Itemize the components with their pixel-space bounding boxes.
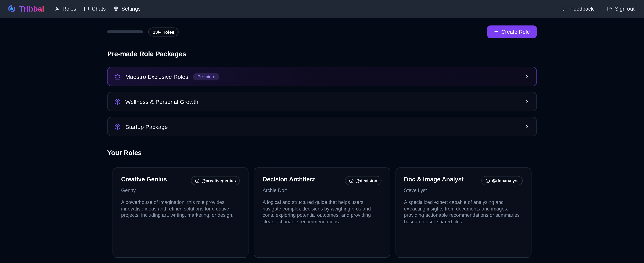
package-title: Maestro Exclusive Roles — [125, 73, 188, 80]
role-description: A powerhouse of imagination, this role p… — [121, 199, 240, 219]
navbar: Tribbai Roles Chats — [0, 0, 644, 18]
package-title: Wellness & Personal Growth — [125, 98, 198, 105]
nav-item-chats[interactable]: Chats — [84, 6, 106, 12]
role-subtitle: Genny — [121, 188, 240, 193]
chevron-right-icon — [524, 124, 530, 129]
roles-toolbar: 13/∞ roles + Create Role — [107, 25, 537, 38]
info-icon — [349, 178, 354, 183]
brand-name: Tribbai — [19, 4, 44, 13]
package-icon — [114, 98, 121, 105]
role-handle: @docanalyst — [492, 178, 519, 183]
role-handle: @decision — [356, 178, 377, 183]
role-subtitle: Archie Doit — [262, 188, 382, 193]
role-description: A logical and structured guide that help… — [262, 199, 382, 225]
your-roles-heading: Your Roles — [107, 149, 537, 157]
role-card-creative-genius[interactable]: Creative Genius @creativegenius Genny A … — [112, 167, 248, 258]
feedback-label: Feedback — [570, 6, 594, 12]
role-description: A specialized expert capable of analyzin… — [404, 199, 523, 225]
app-root: Tribbai Roles Chats — [0, 0, 644, 263]
sign-out-button[interactable]: Sign out — [607, 6, 635, 12]
sign-out-label: Sign out — [615, 6, 634, 12]
role-card-doc-image-analyst[interactable]: Doc & Image Analyst @docanalyst Steve Ly… — [396, 167, 532, 258]
chevron-right-icon — [524, 99, 530, 104]
premium-badge: Premium — [193, 73, 220, 80]
create-role-button[interactable]: + Create Role — [487, 25, 537, 38]
role-handle-badge[interactable]: @creativegenius — [191, 176, 240, 185]
package-row-maestro[interactable]: Maestro Exclusive Roles Premium — [107, 67, 537, 86]
info-icon — [195, 178, 200, 183]
message-square-icon — [562, 6, 568, 11]
roles-usage-badge: 13/∞ roles — [148, 27, 179, 36]
nav-item-label: Roles — [62, 6, 76, 12]
role-title: Doc & Image Analyst — [404, 176, 464, 183]
package-row-wellness[interactable]: Wellness & Personal Growth — [107, 92, 537, 111]
log-out-icon — [607, 6, 612, 11]
card-header: Doc & Image Analyst @docanalyst — [404, 176, 523, 185]
role-subtitle: Steve Lyst — [404, 188, 523, 193]
message-square-icon — [84, 6, 89, 11]
package-title: Startup Package — [125, 123, 168, 130]
plus-icon: + — [494, 28, 498, 35]
chevron-right-icon — [524, 74, 530, 79]
feedback-button[interactable]: Feedback — [562, 6, 594, 12]
role-cards-grid: Creative Genius @creativegenius Genny A … — [112, 167, 531, 258]
create-role-label: Create Role — [501, 29, 530, 35]
brand-home-link[interactable]: Tribbai — [8, 4, 44, 13]
role-handle-badge[interactable]: @docanalyst — [482, 176, 523, 185]
role-card-decision-architect[interactable]: Decision Architect @decision Archie Doit… — [254, 167, 390, 258]
role-handle: @creativegenius — [202, 178, 236, 183]
package-row-startup[interactable]: Startup Package — [107, 117, 537, 136]
role-title: Creative Genius — [121, 176, 167, 183]
gear-icon — [114, 6, 119, 11]
role-handle-badge[interactable]: @decision — [345, 176, 382, 185]
primary-nav: Roles Chats Settings — [55, 6, 148, 12]
package-icon — [114, 123, 121, 130]
info-icon — [486, 178, 490, 183]
crown-icon — [114, 73, 121, 80]
tribbai-logo-icon — [8, 5, 16, 13]
nav-item-settings[interactable]: Settings — [114, 6, 141, 12]
roles-usage-progressbar — [107, 30, 143, 33]
role-title: Decision Architect — [262, 176, 315, 183]
package-list: Maestro Exclusive Roles Premium Welln — [107, 67, 537, 136]
nav-item-roles[interactable]: Roles — [55, 6, 76, 12]
nav-item-label: Settings — [121, 6, 140, 12]
main-content: 13/∞ roles + Create Role Pre-made Role P… — [107, 25, 537, 263]
nav-item-label: Chats — [92, 6, 106, 12]
user-icon — [55, 6, 60, 11]
nav-right: Feedback Sign out — [562, 6, 634, 12]
packages-heading: Pre-made Role Packages — [107, 50, 537, 58]
card-header: Creative Genius @creativegenius — [121, 176, 240, 185]
card-header: Decision Architect @decision — [262, 176, 382, 185]
